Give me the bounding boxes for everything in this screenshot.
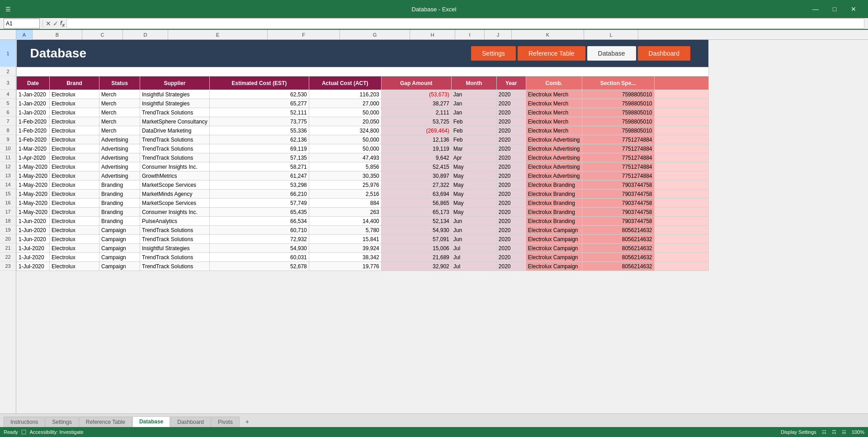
cell[interactable]: 2020 [496, 217, 526, 226]
cell[interactable]: 60,710 [209, 226, 309, 235]
cell[interactable]: Feb [451, 117, 496, 126]
cell[interactable]: MarketScope Services [140, 199, 210, 208]
cell[interactable] [654, 253, 708, 262]
col-header-e[interactable]: E [168, 30, 268, 40]
cell[interactable]: Electrolux [50, 262, 99, 271]
cell[interactable]: 30,350 [309, 171, 381, 180]
cell[interactable]: Electrolux Campaign [526, 226, 582, 235]
row-number[interactable]: 22 [0, 252, 16, 261]
cell[interactable]: 2020 [496, 108, 526, 117]
cell[interactable]: 5,780 [309, 226, 381, 235]
cell[interactable] [654, 153, 708, 162]
cell[interactable] [654, 217, 708, 226]
cell[interactable]: 53,725 [381, 117, 451, 126]
cell-style-icon[interactable]: □ [22, 428, 26, 436]
cell[interactable]: Electrolux [50, 90, 99, 99]
cell[interactable]: 38,342 [309, 253, 381, 262]
cell[interactable] [654, 108, 708, 117]
cell[interactable]: 66,210 [209, 190, 309, 199]
cell[interactable]: PulseAnalytics [140, 217, 210, 226]
cell[interactable]: Jul [451, 262, 496, 271]
cell[interactable]: 7751274884 [582, 153, 654, 162]
cell[interactable]: 1-Jul-2020 [17, 244, 50, 253]
cell[interactable]: Electrolux [50, 126, 99, 135]
settings-nav-button[interactable]: Settings [471, 46, 516, 61]
maximize-button[interactable]: □ [826, 2, 844, 16]
cell[interactable]: Electrolux Campaign [526, 262, 582, 271]
cell[interactable]: Feb [451, 126, 496, 135]
sheet-tab-reference[interactable]: Reference Table [79, 417, 132, 427]
cell[interactable]: 57,135 [209, 153, 309, 162]
cell[interactable]: 52,415 [381, 162, 451, 171]
cell[interactable]: 8056214632 [582, 262, 654, 271]
cell[interactable]: 50,000 [309, 144, 381, 153]
cell[interactable]: Consumer Insights Inc. [140, 162, 210, 171]
cell[interactable]: 60,031 [209, 253, 309, 262]
name-box[interactable] [4, 19, 40, 28]
cell[interactable]: 61,247 [209, 171, 309, 180]
cell[interactable]: MarketScope Services [140, 180, 210, 190]
cell[interactable]: 50,000 [309, 108, 381, 117]
add-sheet-button[interactable]: + [242, 416, 253, 427]
cell[interactable]: 58,271 [209, 162, 309, 171]
cell[interactable]: Electrolux [50, 162, 99, 171]
col-header-a[interactable]: A [16, 30, 33, 40]
dashboard-nav-button[interactable]: Dashboard [638, 46, 691, 61]
cell[interactable] [654, 199, 708, 208]
col-header-l[interactable]: L [584, 30, 638, 40]
cell[interactable]: Electrolux [50, 153, 99, 162]
cell[interactable]: May [451, 190, 496, 199]
cell[interactable]: 54,930 [209, 244, 309, 253]
cell[interactable]: 62,136 [209, 135, 309, 144]
cell[interactable]: DataDrive Marketing [140, 126, 210, 135]
cell[interactable]: Electrolux Advertising [526, 153, 582, 162]
cell[interactable]: 1-Jan-2020 [17, 99, 50, 108]
cell[interactable]: 15,841 [309, 235, 381, 244]
cell[interactable]: 50,000 [309, 135, 381, 144]
cell[interactable]: 30,897 [381, 171, 451, 180]
cell[interactable]: May [451, 171, 496, 180]
view-normal-icon[interactable]: ☷ [822, 429, 826, 435]
row-number[interactable]: 6 [0, 108, 16, 117]
cell[interactable]: Branding [99, 217, 140, 226]
cell[interactable]: Electrolux Branding [526, 190, 582, 199]
cell[interactable]: Jan [451, 108, 496, 117]
cell[interactable] [654, 144, 708, 153]
cell[interactable]: 57,091 [381, 235, 451, 244]
cell[interactable]: 57,749 [209, 199, 309, 208]
cell[interactable]: 2020 [496, 235, 526, 244]
row-number[interactable]: 2 [0, 67, 16, 76]
cell[interactable]: Campaign [99, 226, 140, 235]
cell[interactable]: Electrolux [50, 99, 99, 108]
cell[interactable]: Apr [451, 153, 496, 162]
function-icon[interactable]: fx [60, 19, 65, 28]
cell[interactable]: 7598805010 [582, 90, 654, 99]
cell[interactable]: 8056214632 [582, 244, 654, 253]
cell[interactable]: 7751274884 [582, 171, 654, 180]
cell[interactable]: 2020 [496, 153, 526, 162]
minimize-button[interactable]: — [807, 2, 825, 16]
row-number[interactable]: 8 [0, 126, 16, 135]
cell[interactable]: Electrolux Advertising [526, 135, 582, 144]
sheet-tab-dashboard[interactable]: Dashboard [170, 417, 211, 427]
row-number[interactable]: 16 [0, 198, 16, 207]
cell[interactable] [654, 262, 708, 271]
cell[interactable]: MarketMinds Agency [140, 190, 210, 199]
cell[interactable]: Electrolux Merch [526, 108, 582, 117]
cell[interactable]: Electrolux Merch [526, 99, 582, 108]
col-header-g[interactable]: G [340, 30, 410, 40]
cell[interactable]: 69,119 [209, 144, 309, 153]
cell[interactable]: Campaign [99, 262, 140, 271]
cell[interactable]: 116,203 [309, 90, 381, 99]
cell[interactable] [654, 162, 708, 171]
cell[interactable]: Electrolux Merch [526, 126, 582, 135]
cell[interactable]: 1-May-2020 [17, 190, 50, 199]
cell[interactable]: Jan [451, 99, 496, 108]
cell[interactable]: 7598805010 [582, 126, 654, 135]
cell[interactable]: Jun [451, 235, 496, 244]
cell[interactable]: Jan [451, 90, 496, 99]
view-page-break-icon[interactable]: ☵ [842, 429, 846, 435]
col-header-b[interactable]: B [33, 30, 82, 40]
cell[interactable]: Branding [99, 199, 140, 208]
cell[interactable]: 1-Jan-2020 [17, 90, 50, 99]
